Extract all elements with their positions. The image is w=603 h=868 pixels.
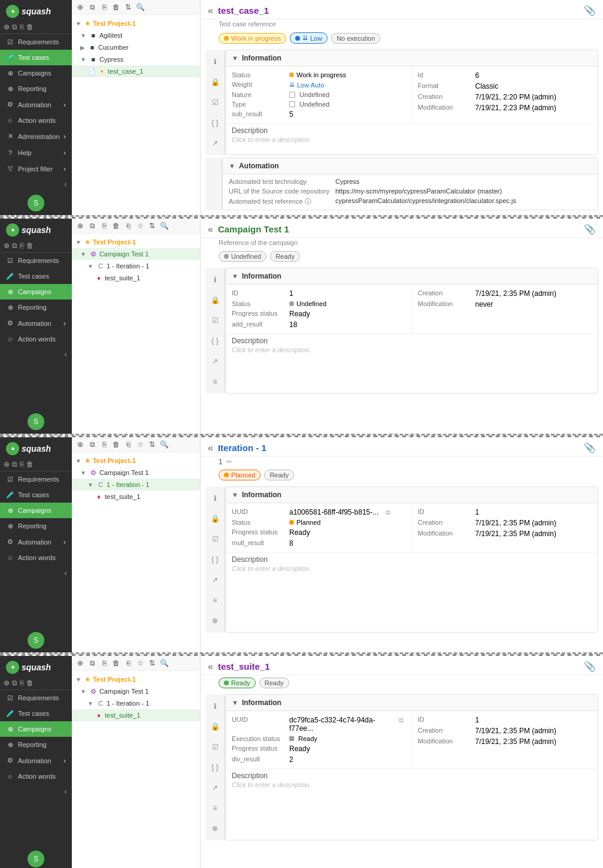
tree-item-cypress[interactable]: ▼■Cypress	[72, 53, 200, 65]
tree-sort-icon[interactable]: ⇅	[147, 440, 157, 449]
sidebar-item-campaigns[interactable]: ⊕ Campaigns	[0, 721, 72, 737]
tree-export-icon[interactable]: ⎗	[123, 440, 133, 449]
tree-search-icon[interactable]: 🔍	[159, 440, 169, 449]
tree-item-campaign-test-1[interactable]: ▼⚙Campaign Test 1	[72, 248, 200, 260]
main-collapse-btn[interactable]: «	[208, 443, 213, 453]
tree-paste-icon[interactable]: ⎘	[99, 440, 109, 449]
tag-low[interactable]: ⇊ Low	[290, 32, 328, 44]
tree-add-icon[interactable]: ⊕	[75, 440, 85, 449]
attach-icon[interactable]: 📎	[584, 223, 596, 235]
tree-export-icon[interactable]: ⎗	[123, 221, 133, 231]
tree-copy-icon[interactable]: ⧉	[87, 440, 97, 449]
sidebar-item-reporting[interactable]: ⊕ Reporting	[0, 518, 72, 534]
task-icon-btn[interactable]: ☑	[208, 740, 222, 754]
project-collapse-icon[interactable]: ▼	[75, 676, 81, 683]
share-icon-btn[interactable]: ↗	[208, 136, 222, 150]
tree-project-row[interactable]: ▼ ★ Test Project-1	[72, 673, 200, 685]
tree-star-icon[interactable]: ☆	[135, 221, 145, 231]
info-icon-btn[interactable]: ℹ	[208, 273, 222, 287]
info-icon-btn[interactable]: ℹ	[208, 699, 222, 713]
tree-delete-icon[interactable]: 🗑	[111, 221, 121, 231]
description-placeholder[interactable]: Click to enter a description.	[232, 781, 592, 788]
sidebar-item-campaigns[interactable]: ⊕ Campaigns	[0, 503, 72, 518]
sidebar-item-requirements[interactable]: ☑ Requirements	[0, 471, 72, 487]
tree-project-row[interactable]: ▼ ★ Test Project-1	[72, 455, 200, 467]
sidebar-item-test-cases[interactable]: 🧪 Test cases	[0, 50, 72, 65]
braces-icon-btn[interactable]: { }	[208, 552, 222, 567]
tree-star-icon[interactable]: ☆	[135, 658, 145, 668]
project-collapse-icon[interactable]: ▼	[75, 20, 81, 27]
tag-planned[interactable]: Planned	[219, 470, 260, 480]
iter-collapse[interactable]: ▼	[87, 263, 93, 270]
copy-btn[interactable]: ⧉	[397, 716, 405, 724]
project-star-icon[interactable]: ★	[84, 456, 91, 465]
sidebar-item-action-words[interactable]: ☆ Action words	[0, 331, 72, 347]
tree-copy-icon[interactable]: ⧉	[87, 658, 97, 668]
braces-icon-btn[interactable]: { }	[208, 334, 222, 348]
sidebar-item-automation[interactable]: ⚙ Automation	[0, 534, 72, 550]
tree-star-icon[interactable]: ☆	[135, 440, 145, 449]
tree-search-icon[interactable]: 🔍	[135, 2, 145, 12]
share-icon-btn[interactable]: ↗	[208, 354, 222, 368]
user-avatar[interactable]: S	[28, 632, 44, 649]
tree-sort-icon[interactable]: ⇅	[147, 658, 157, 668]
camp-collapse[interactable]: ▼	[80, 688, 86, 695]
delete-icon[interactable]: 🗑	[26, 460, 34, 468]
sidebar-item-administration[interactable]: ✕ Administration	[0, 128, 72, 144]
tree-add-icon[interactable]: ⊕	[75, 658, 85, 668]
paste-icon[interactable]: ⎘	[20, 460, 24, 468]
sidebar-collapse-btn[interactable]: ‹	[0, 565, 72, 580]
tree-item-cucumber[interactable]: ▶■Cucumber	[72, 41, 200, 53]
tree-add-icon[interactable]: ⊕	[75, 221, 85, 231]
sidebar-item-test-cases[interactable]: 🧪 Test cases	[0, 487, 72, 503]
tree-copy-icon[interactable]: ⧉	[87, 221, 97, 231]
sidebar-collapse-btn[interactable]: ‹	[0, 784, 72, 799]
tree-search-icon[interactable]: 🔍	[159, 658, 169, 668]
tree-sort-icon[interactable]: ⇅	[123, 2, 133, 12]
task-icon-btn[interactable]: ☑	[208, 532, 222, 546]
tree-item-test_suite_1[interactable]: ♦test_suite_1	[72, 491, 200, 503]
sidebar-item-reporting[interactable]: ⊕ Reporting	[0, 300, 72, 315]
project-collapse-icon[interactable]: ▼	[75, 458, 81, 464]
sidebar-item-help[interactable]: ? Help	[0, 144, 72, 161]
braces-icon-btn[interactable]: { }	[208, 760, 222, 775]
lock-icon-btn[interactable]: 🔒	[208, 293, 222, 307]
tree-delete-icon[interactable]: 🗑	[111, 440, 121, 449]
sidebar-collapse-btn[interactable]: ‹	[0, 347, 72, 361]
tree-copy-icon[interactable]: ⧉	[87, 2, 97, 12]
tree-item-test_suite_1[interactable]: ♦test_suite_1	[72, 709, 200, 721]
logo[interactable]: ✦squash	[0, 219, 72, 239]
folder-collapse[interactable]: ▼	[80, 56, 86, 63]
attach-icon[interactable]: 📎	[584, 5, 596, 16]
tag-no-execution[interactable]: No execution	[331, 33, 380, 44]
tree-paste-icon[interactable]: ⎘	[99, 658, 109, 668]
tree-item-campaign-test-1[interactable]: ▼⚙Campaign Test 1	[72, 467, 200, 479]
main-collapse-btn[interactable]: «	[208, 661, 213, 672]
copy-icon[interactable]: ⧉	[12, 460, 17, 468]
project-star-icon[interactable]: ★	[84, 675, 91, 683]
logo[interactable]: ✦squash	[0, 656, 72, 676]
main-collapse-btn[interactable]: «	[208, 5, 213, 16]
folder-collapse[interactable]: ▼	[80, 32, 86, 39]
paste-icon[interactable]: ⎘	[20, 23, 24, 31]
iter-collapse[interactable]: ▼	[87, 700, 93, 707]
sidebar-item-action-words[interactable]: ☆ Action words	[0, 550, 72, 565]
clock-icon-btn[interactable]: ⊕	[208, 821, 222, 836]
tag-ready[interactable]: Ready	[259, 678, 289, 688]
sidebar-item-requirements[interactable]: ☑ Requirements	[0, 690, 72, 706]
sidebar-item-test-cases[interactable]: 🧪 Test cases	[0, 706, 72, 721]
braces-icon-btn[interactable]: { }	[208, 116, 222, 130]
sidebar-item-action-words[interactable]: ☆ Action words	[0, 769, 72, 784]
logo[interactable]: ✦squash	[0, 0, 72, 20]
tree-item-1---iteration---1[interactable]: ▼C1 - Iteration - 1	[72, 479, 200, 491]
sidebar-item-action-words[interactable]: ☆ Action words	[0, 113, 72, 128]
info-icon-btn[interactable]: ℹ	[208, 55, 222, 69]
project-star-icon[interactable]: ★	[84, 19, 91, 28]
tag-work-in-progress[interactable]: Work in progress	[219, 33, 286, 44]
tree-add-icon[interactable]: ⊕	[75, 2, 85, 12]
copy-icon[interactable]: ⧉	[12, 679, 17, 687]
user-avatar[interactable]: S	[28, 195, 44, 211]
tag-ready[interactable]: Ready	[219, 678, 256, 688]
list-icon-btn[interactable]: ≡	[208, 374, 222, 389]
sidebar-item-automation[interactable]: ⚙ Automation	[0, 752, 72, 769]
